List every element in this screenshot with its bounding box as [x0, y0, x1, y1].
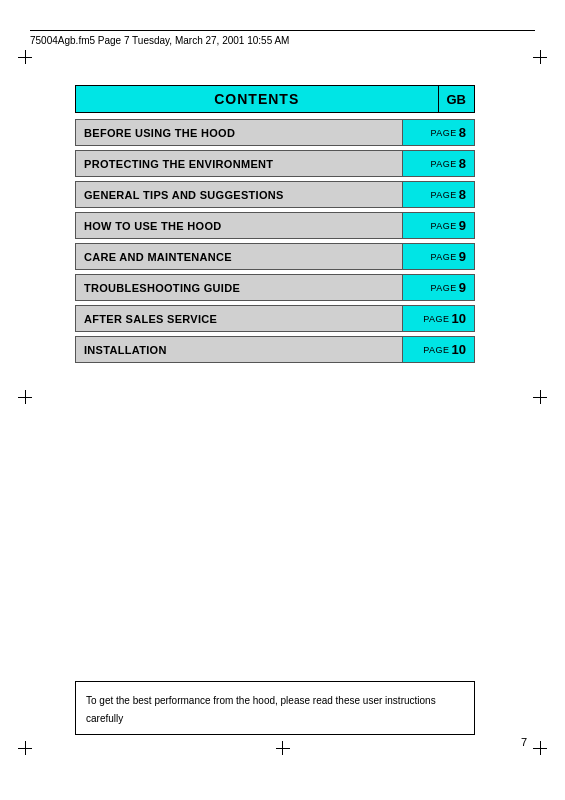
footer-note-text: To get the best performance from the hoo… [86, 695, 436, 724]
cross-mid-left [18, 390, 32, 404]
toc-row-title-text: GENERAL TIPS AND SUGGESTIONS [84, 189, 284, 201]
toc-row-title: INSTALLATION [76, 337, 402, 362]
toc-page-label: PAGE [430, 252, 456, 262]
toc-page-num: 9 [459, 218, 466, 233]
toc-row-title: AFTER SALES SERVICE [76, 306, 402, 331]
cross-top-right [533, 50, 547, 64]
toc-row-title: BEFORE USING THE HOOD [76, 120, 402, 145]
toc-page-num: 8 [459, 125, 466, 140]
toc-row: GENERAL TIPS AND SUGGESTIONSPAGE8 [75, 181, 475, 208]
toc-row-page: PAGE8 [402, 120, 474, 145]
toc-row-title: PROTECTING THE ENVIRONMENT [76, 151, 402, 176]
toc-row: CARE AND MAINTENANCEPAGE9 [75, 243, 475, 270]
contents-title: CONTENTS [214, 91, 299, 107]
toc-page-num: 9 [459, 249, 466, 264]
toc-row: AFTER SALES SERVICEPAGE10 [75, 305, 475, 332]
toc-row-title-text: CARE AND MAINTENANCE [84, 251, 232, 263]
toc-row-title-text: AFTER SALES SERVICE [84, 313, 217, 325]
toc-page-num: 10 [452, 311, 466, 326]
toc-page-label: PAGE [430, 221, 456, 231]
toc-row-title-text: PROTECTING THE ENVIRONMENT [84, 158, 273, 170]
toc-page-label: PAGE [423, 345, 449, 355]
content-area: CONTENTS GB BEFORE USING THE HOODPAGE8PR… [75, 85, 475, 367]
footer-note-box: To get the best performance from the hoo… [75, 681, 475, 735]
toc-page-num: 10 [452, 342, 466, 357]
toc-row-title: GENERAL TIPS AND SUGGESTIONS [76, 182, 402, 207]
toc-page-label: PAGE [430, 283, 456, 293]
toc-page-num: 8 [459, 187, 466, 202]
toc-page-label: PAGE [430, 159, 456, 169]
header-bar: 75004Agb.fm5 Page 7 Tuesday, March 27, 2… [30, 30, 535, 46]
toc-page-num: 8 [459, 156, 466, 171]
header-text: 75004Agb.fm5 Page 7 Tuesday, March 27, 2… [30, 35, 289, 46]
toc-row-title: HOW TO USE THE HOOD [76, 213, 402, 238]
toc-row-page: PAGE9 [402, 275, 474, 300]
contents-gb: GB [447, 92, 467, 107]
toc-list: BEFORE USING THE HOODPAGE8PROTECTING THE… [75, 119, 475, 363]
toc-row-page: PAGE9 [402, 213, 474, 238]
contents-title-box: CONTENTS [75, 85, 439, 113]
cross-top-left [18, 50, 32, 64]
toc-page-num: 9 [459, 280, 466, 295]
toc-row-page: PAGE8 [402, 182, 474, 207]
toc-row: PROTECTING THE ENVIRONMENTPAGE8 [75, 150, 475, 177]
cross-bottom-right [533, 741, 547, 755]
toc-row-page: PAGE10 [402, 337, 474, 362]
page: 75004Agb.fm5 Page 7 Tuesday, March 27, 2… [0, 0, 565, 800]
toc-row-page: PAGE8 [402, 151, 474, 176]
page-number: 7 [521, 736, 527, 748]
contents-header: CONTENTS GB [75, 85, 475, 113]
toc-row: HOW TO USE THE HOODPAGE9 [75, 212, 475, 239]
toc-row-page: PAGE9 [402, 244, 474, 269]
toc-row: BEFORE USING THE HOODPAGE8 [75, 119, 475, 146]
toc-row: TROUBLESHOOTING GUIDEPAGE9 [75, 274, 475, 301]
toc-row-page: PAGE10 [402, 306, 474, 331]
toc-row-title-text: INSTALLATION [84, 344, 167, 356]
toc-row-title: TROUBLESHOOTING GUIDE [76, 275, 402, 300]
toc-page-label: PAGE [423, 314, 449, 324]
toc-page-label: PAGE [430, 128, 456, 138]
toc-row-title-text: TROUBLESHOOTING GUIDE [84, 282, 240, 294]
cross-mid-right [533, 390, 547, 404]
toc-page-label: PAGE [430, 190, 456, 200]
toc-row-title-text: HOW TO USE THE HOOD [84, 220, 222, 232]
toc-row-title-text: BEFORE USING THE HOOD [84, 127, 235, 139]
cross-bottom-center [276, 741, 290, 755]
cross-bottom-left [18, 741, 32, 755]
toc-row-title: CARE AND MAINTENANCE [76, 244, 402, 269]
contents-gb-box: GB [439, 85, 476, 113]
toc-row: INSTALLATIONPAGE10 [75, 336, 475, 363]
